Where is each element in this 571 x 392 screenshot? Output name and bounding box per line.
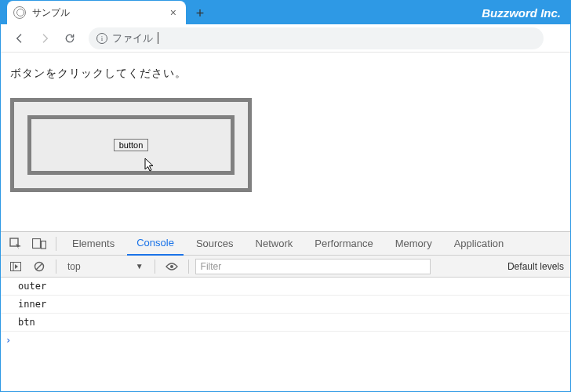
separator xyxy=(56,237,56,251)
text-cursor xyxy=(158,32,158,44)
company-label: Buzzword Inc. xyxy=(482,6,561,20)
log-levels-selector[interactable]: Default levels xyxy=(507,261,566,272)
device-toggle-button[interactable] xyxy=(29,234,49,254)
svg-point-7 xyxy=(170,265,173,268)
tab-sources[interactable]: Sources xyxy=(187,232,243,256)
console-sidebar-toggle[interactable] xyxy=(5,256,26,277)
clear-console-button[interactable] xyxy=(29,256,49,277)
tab-application[interactable]: Application xyxy=(445,232,514,256)
eye-icon xyxy=(165,262,178,271)
context-value: top xyxy=(67,261,81,272)
console-toolbar: top ▼ Filter Default levels xyxy=(1,256,570,278)
inspect-icon xyxy=(9,238,22,250)
tab-elements[interactable]: Elements xyxy=(63,232,124,256)
device-icon xyxy=(32,238,46,249)
reload-button[interactable] xyxy=(59,27,81,49)
forward-button[interactable] xyxy=(34,27,56,49)
chevron-down-icon: ▼ xyxy=(136,262,144,270)
filter-input[interactable]: Filter xyxy=(195,259,431,274)
browser-tab[interactable]: サンプル × xyxy=(7,1,186,24)
svg-rect-1 xyxy=(33,238,41,248)
back-button[interactable] xyxy=(9,27,31,49)
filter-placeholder: Filter xyxy=(201,261,222,272)
browser-titlebar: サンプル × + Buzzword Inc. xyxy=(1,1,570,24)
tab-memory[interactable]: Memory xyxy=(386,232,442,256)
arrow-left-icon xyxy=(13,32,26,45)
outer-box[interactable]: button xyxy=(10,98,252,192)
tab-strip: サンプル × + xyxy=(7,1,211,24)
tab-performance[interactable]: Performance xyxy=(305,232,382,256)
address-bar[interactable]: i ファイル xyxy=(89,27,544,49)
globe-icon xyxy=(13,6,26,19)
arrow-right-icon xyxy=(38,32,51,45)
context-selector[interactable]: top ▼ xyxy=(63,261,148,272)
devtools-panel: Elements Console Sources Network Perform… xyxy=(1,231,570,391)
url-text: ファイル xyxy=(112,31,153,45)
tab-network[interactable]: Network xyxy=(246,232,303,256)
sidebar-icon xyxy=(10,262,21,271)
svg-rect-2 xyxy=(42,241,46,249)
tab-console[interactable]: Console xyxy=(127,232,184,256)
console-log-line: outer xyxy=(1,278,570,296)
console-output: outer inner btn › xyxy=(1,278,570,391)
console-prompt[interactable]: › xyxy=(1,332,570,349)
console-log-line: inner xyxy=(1,296,570,314)
browser-window: サンプル × + Buzzword Inc. i ファイル ボタンをクリックして… xyxy=(0,0,571,392)
live-expression-button[interactable] xyxy=(162,256,182,277)
sample-button[interactable]: button xyxy=(114,139,149,151)
page-content: ボタンをクリックしてください。 button xyxy=(1,53,570,206)
devtools-tabs: Elements Console Sources Network Perform… xyxy=(1,232,570,256)
clear-icon xyxy=(34,261,45,272)
separator xyxy=(188,260,189,274)
close-icon[interactable]: × xyxy=(167,6,180,19)
new-tab-button[interactable]: + xyxy=(189,2,211,24)
tab-title: サンプル xyxy=(32,6,70,20)
inner-box[interactable]: button xyxy=(27,115,235,175)
toolbar: i ファイル xyxy=(1,24,570,53)
separator xyxy=(56,260,56,274)
console-log-line: btn xyxy=(1,314,570,332)
info-icon: i xyxy=(96,33,107,44)
svg-line-6 xyxy=(36,263,42,270)
reload-icon xyxy=(64,32,76,45)
separator xyxy=(155,260,155,274)
page-instruction: ボタンをクリックしてください。 xyxy=(10,67,561,81)
inspect-element-button[interactable] xyxy=(5,234,26,254)
